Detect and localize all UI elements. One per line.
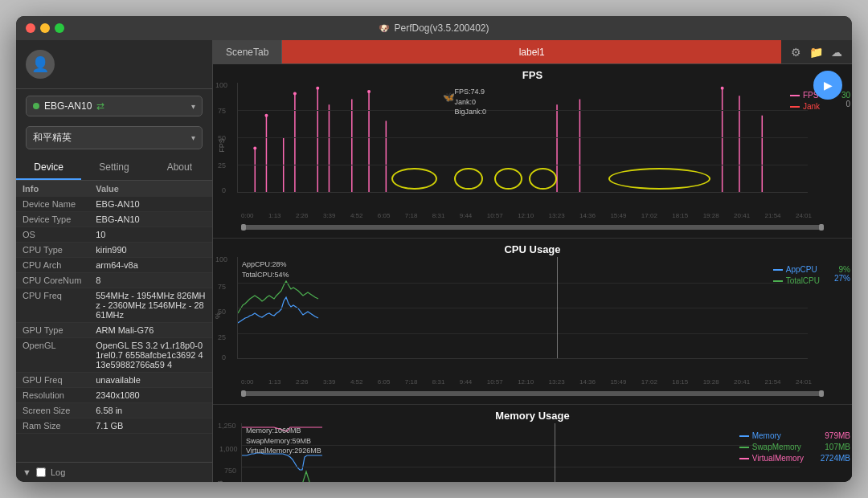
main-content: 👤 EBG-AN10 ⇄ ▾ 和平精英 ▾ [16, 40, 852, 482]
device-status-dot [33, 103, 39, 109]
maximize-button[interactable] [55, 23, 64, 33]
app-window: 🐶 PerfDog(v3.5.200402) 👤 EBG-AN10 ⇄ ▾ [16, 16, 852, 482]
charts-area[interactable]: ▶ FPS FPS 100 75 50 25 0 [213, 64, 852, 482]
x-tick-label: 14:36 [579, 378, 596, 386]
svg-point-16 [293, 92, 297, 96]
x-tick-label: 12:10 [518, 378, 534, 386]
right-panel: SceneTab label1 ⚙ 📁 ☁ ▶ FPS FPS [213, 40, 852, 482]
row-key: GPU Type [23, 325, 96, 335]
down-arrow-icon: ▼ [23, 467, 31, 477]
memory-chart-svg [242, 423, 800, 482]
x-tick-label: 9:44 [460, 212, 473, 219]
scene-tabbar: SceneTab label1 ⚙ 📁 ☁ [213, 40, 852, 64]
x-tick-label: 18:15 [672, 378, 688, 386]
mem-legend-swap: SwapMemory [752, 443, 801, 451]
x-tick-label: 6:05 [378, 212, 391, 219]
table-row: Device TypeEBG-AN10 [16, 212, 212, 227]
fps-legend-jank: Jank [803, 102, 820, 111]
window-title: 🐶 PerfDog(v3.5.200402) [379, 22, 489, 34]
svg-point-17 [316, 87, 319, 90]
x-tick-label: 2:26 [296, 212, 309, 219]
svg-point-15 [264, 114, 268, 117]
minimize-button[interactable] [40, 23, 50, 33]
mem-legend-virtual: VirtualMemory [752, 454, 804, 463]
table-row: Screen Size6.58 in [16, 403, 212, 418]
table-row: CPU Archarm64-v8a [16, 258, 212, 273]
row-key: CPU Freq [23, 291, 96, 320]
row-key: OpenGL [23, 341, 96, 369]
table-row: OS10 [16, 227, 212, 243]
table-row: Ram Size7.1 GB [16, 418, 212, 434]
scene-tab-name[interactable]: label1 [282, 40, 781, 63]
row-value: arm64-v8a [96, 260, 206, 270]
x-tick-label: 12:10 [518, 212, 534, 219]
row-value: 7.1 GB [96, 421, 206, 431]
row-value: kirin990 [96, 245, 206, 255]
play-button[interactable]: ▶ [813, 71, 842, 100]
tab-setting[interactable]: Setting [81, 156, 146, 180]
scene-tab-label: SceneTab [213, 40, 282, 63]
x-tick-label: 14:36 [579, 212, 596, 219]
sidebar-tabs: Device Setting About [16, 156, 212, 181]
device-dropdown[interactable]: EBG-AN10 ⇄ ▾ [26, 96, 203, 116]
x-tick-label: 19:28 [703, 212, 719, 219]
chevron-down-icon: ▾ [191, 102, 195, 111]
cpu-chart-title: CPU Usage [213, 239, 852, 257]
avatar[interactable]: 👤 [26, 50, 55, 79]
x-tick-label: 1:13 [268, 212, 281, 219]
x-tick-label: 6:05 [378, 378, 391, 386]
memory-chart-title: Memory Usage [213, 405, 852, 423]
tab-device[interactable]: Device [16, 156, 81, 180]
cpu-x-axis: 0:001:132:263:394:526:057:188:319:4410:5… [213, 374, 852, 390]
x-tick-label: 24:01 [796, 212, 812, 219]
table-row: Device NameEBG-AN10 [16, 197, 212, 212]
table-row: GPU Frequnavailable [16, 373, 212, 388]
table-row: Resolution2340x1080 [16, 388, 212, 403]
close-button[interactable] [26, 23, 35, 33]
x-tick-label: 19:28 [703, 378, 719, 386]
x-tick-label: 8:31 [432, 378, 445, 386]
cpu-legend-appcpu: AppCPU [786, 265, 817, 274]
memory-chart-section: Memory Usage MB 1,250 1,000 750 500 250 … [213, 405, 852, 482]
x-tick-label: 10:57 [487, 378, 503, 386]
tab-about[interactable]: About [147, 156, 212, 180]
x-tick-label: 21:54 [765, 212, 781, 219]
x-tick-label: 1:13 [268, 378, 281, 386]
x-tick-label: 20:41 [734, 212, 750, 219]
folder-icon[interactable]: 📁 [809, 46, 823, 59]
row-key: Resolution [23, 390, 96, 400]
row-value: 6.58 in [96, 406, 206, 415]
x-tick-label: 3:39 [323, 212, 336, 219]
row-value: unavailable [96, 375, 206, 385]
svg-point-18 [367, 90, 371, 93]
mem-legend-memory: Memory [752, 431, 781, 440]
fps-chart-title: FPS [213, 64, 852, 83]
x-tick-label: 17:02 [641, 378, 657, 386]
fps-chart-section: FPS FPS 100 75 50 25 0 [213, 64, 852, 239]
row-key: Device Name [23, 199, 96, 209]
cpu-scrollbar[interactable] [241, 391, 824, 396]
scene-icons: ⚙ 📁 ☁ [781, 40, 852, 63]
row-key: Device Type [23, 214, 96, 224]
app-dropdown[interactable]: 和平精英 ▾ [26, 126, 203, 149]
info-table[interactable]: Device NameEBG-AN10Device TypeEBG-AN10OS… [16, 197, 212, 462]
row-value: 8 [96, 276, 206, 285]
svg-point-14 [253, 147, 256, 150]
svg-point-19 [721, 87, 724, 90]
cpu-chart-section: CPU Usage % 100 75 50 25 0 [213, 239, 852, 405]
log-label: Log [51, 467, 65, 477]
fps-scrollbar[interactable] [241, 225, 824, 230]
x-tick-label: 7:18 [405, 212, 418, 219]
table-row: OpenGLOpenGL ES 3.2 v1.r18p0-01rel0.7 65… [16, 338, 212, 373]
row-value: OpenGL ES 3.2 v1.r18p0-01rel0.7 6558afcb… [96, 341, 206, 369]
settings-icon[interactable]: ⚙ [791, 46, 801, 59]
row-value: 2340x1080 [96, 390, 206, 400]
x-tick-label: 10:57 [487, 212, 503, 219]
cloud-icon[interactable]: ☁ [831, 46, 842, 59]
row-value: EBG-AN10 [96, 214, 206, 224]
x-tick-label: 24:01 [796, 378, 812, 386]
row-key: Screen Size [23, 406, 96, 415]
table-row: CPU Freq554MHz - 1954MHz 826MHz - 2360MH… [16, 288, 212, 323]
log-checkbox[interactable] [36, 467, 46, 477]
app-name-label: 和平精英 [33, 131, 72, 145]
